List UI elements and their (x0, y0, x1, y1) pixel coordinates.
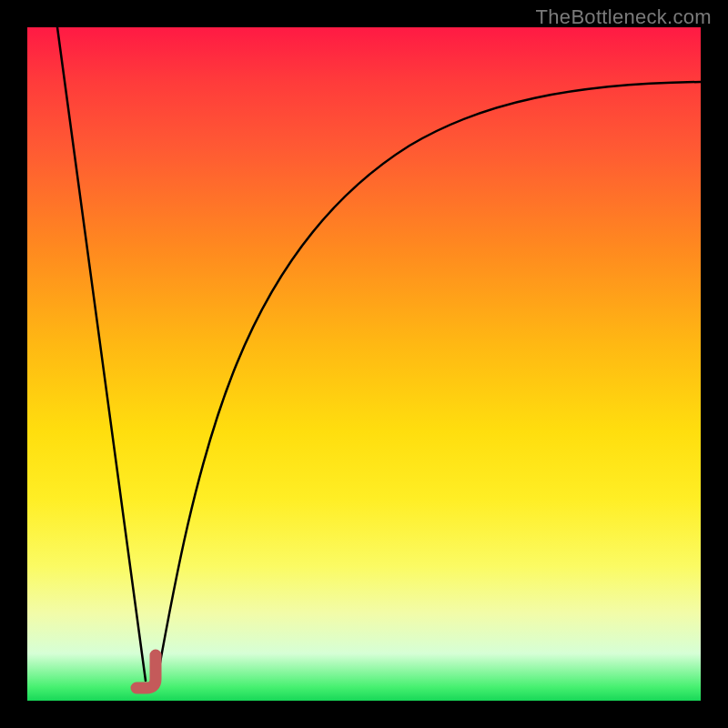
chart-frame: TheBottleneck.com (0, 0, 728, 728)
left-descent-line (57, 27, 146, 681)
selected-point-marker (136, 655, 156, 688)
watermark-label: TheBottleneck.com (536, 5, 712, 29)
curves-layer (27, 27, 701, 701)
plot-area (27, 27, 701, 701)
right-curve-line (157, 82, 701, 682)
